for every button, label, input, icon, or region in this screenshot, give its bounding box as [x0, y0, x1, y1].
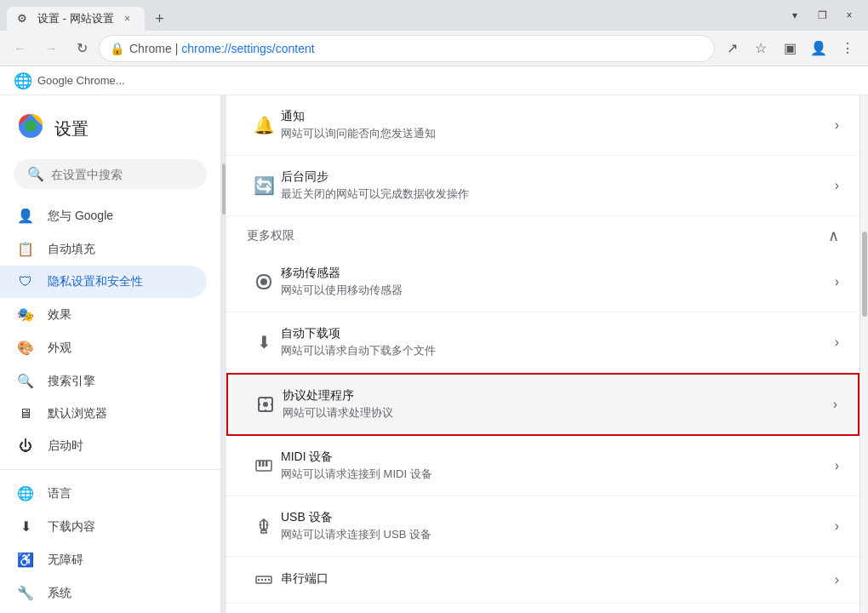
sidebar-scrollbar-thumb: [222, 163, 226, 215]
motion-sensor-title: 移动传感器: [281, 266, 828, 281]
sidebar-label-search: 搜索引擎: [48, 374, 95, 389]
sidebar-item-accessibility[interactable]: ♿ 无障碍: [0, 543, 207, 576]
sidebar-item-browser[interactable]: 🖥 默认浏览器: [0, 398, 207, 430]
protocol-handler-item[interactable]: 协议处理程序 网站可以请求处理协议 ›: [226, 373, 859, 436]
browser-icon: 🖥: [17, 406, 34, 421]
sidebar-item-effects[interactable]: 🎭 效果: [0, 298, 207, 331]
sidebar-label-google: 您与 Google: [48, 209, 113, 224]
sidebar-item-appearance[interactable]: 🎨 外观: [0, 331, 207, 364]
effects-icon: 🎭: [17, 306, 34, 323]
background-sync-content: 后台同步 最近关闭的网站可以完成数据收发操作: [281, 169, 828, 202]
notification-item[interactable]: 🔔 通知 网站可以询问能否向您发送通知 ›: [226, 95, 859, 156]
startup-icon: ⏻: [17, 438, 34, 454]
active-tab[interactable]: ⚙ 设置 - 网站设置 ×: [7, 7, 145, 31]
address-bar[interactable]: 🔒 Chrome | chrome://settings/content: [99, 35, 715, 62]
background-sync-icon: 🔄: [247, 175, 281, 196]
midi-icon: [247, 456, 281, 475]
language-icon: 🌐: [17, 485, 34, 501]
profile-button[interactable]: 👤: [805, 35, 832, 62]
sidebar-item-search[interactable]: 🔍 搜索引擎: [0, 364, 207, 398]
forward-button[interactable]: →: [37, 35, 65, 62]
background-sync-title: 后台同步: [281, 169, 828, 185]
system-icon: 🔧: [17, 585, 34, 601]
midi-content: MIDI 设备 网站可以请求连接到 MIDI 设备: [281, 450, 828, 482]
sidebar: 设置 🔍 👤 您与 Google 📋 自动填充 🛡 隐私设置和安全性 🎭 效果 …: [0, 95, 221, 613]
tab-title: 设置 - 网站设置: [37, 11, 114, 26]
title-bar: ⚙ 设置 - 网站设置 × + ▾ ❐ ×: [0, 0, 868, 31]
serial-item[interactable]: 串行端口 ›: [226, 557, 859, 604]
download-icon: ⬇: [17, 518, 34, 535]
sidebar-label-system: 系统: [48, 586, 71, 601]
search-bar[interactable]: 🔍: [14, 159, 207, 189]
tab-favicon: ⚙: [17, 12, 31, 26]
tab-search-button[interactable]: ▣: [776, 35, 803, 62]
usb-title: USB 设备: [281, 510, 828, 525]
more-permissions-header[interactable]: 更多权限 ∧: [226, 216, 859, 252]
auto-download-item[interactable]: ⬇ 自动下载项 网站可以请求自动下载多个文件 ›: [226, 312, 859, 373]
protocol-handler-desc: 网站可以请求处理协议: [283, 405, 826, 421]
sidebar-label-privacy: 隐私设置和安全性: [48, 274, 143, 289]
notification-title: 通知: [281, 109, 828, 124]
svg-point-9: [260, 524, 262, 526]
refresh-button[interactable]: ↻: [68, 35, 95, 62]
sidebar-item-autofill[interactable]: 📋 自动填充: [0, 232, 207, 266]
sidebar-item-system[interactable]: 🔧 系统: [0, 576, 207, 610]
midi-title: MIDI 设备: [281, 450, 828, 465]
sidebar-label-download: 下载内容: [48, 519, 95, 535]
usb-item[interactable]: USB 设备 网站可以请求连接到 USB 设备 ›: [226, 496, 859, 557]
nav-bar: ← → ↻ 🔒 Chrome | chrome://settings/conte…: [0, 31, 868, 66]
sidebar-label-lang: 语言: [48, 486, 71, 501]
share-button[interactable]: ↗: [718, 35, 745, 62]
background-sync-item[interactable]: 🔄 后台同步 最近关闭的网站可以完成数据收发操作 ›: [226, 156, 859, 216]
accessibility-icon: ♿: [17, 552, 34, 568]
auto-download-arrow: ›: [835, 335, 839, 350]
minimize-button[interactable]: ▾: [783, 3, 807, 27]
background-sync-arrow: ›: [835, 178, 839, 193]
bookmark-button[interactable]: ☆: [747, 35, 774, 62]
sidebar-label-browser: 默认浏览器: [48, 406, 107, 421]
svg-point-14: [265, 579, 266, 581]
more-permissions-title: 更多权限: [247, 228, 294, 243]
motion-sensor-item[interactable]: 移动传感器 网站可以使用移动传感器 ›: [226, 252, 859, 312]
background-sync-desc: 最近关闭的网站可以完成数据收发操作: [281, 186, 828, 202]
url-display: Chrome | chrome://settings/content: [129, 42, 704, 55]
content-area: 🔔 通知 网站可以询问能否向您发送通知 › 🔄 后台同步 最近关闭的网站可以完成…: [226, 95, 859, 613]
menu-button[interactable]: ⋮: [834, 35, 861, 62]
svg-point-13: [261, 579, 263, 581]
sidebar-label-startup: 启动时: [48, 438, 83, 454]
content-scrollbar-thumb[interactable]: [862, 232, 867, 317]
search-input[interactable]: [51, 168, 193, 181]
content-inner: 🔔 通知 网站可以询问能否向您发送通知 › 🔄 后台同步 最近关闭的网站可以完成…: [226, 95, 859, 604]
protocol-handler-arrow: ›: [833, 397, 837, 412]
search-icon: 🔍: [27, 166, 44, 182]
tab-close-button[interactable]: ×: [121, 12, 134, 26]
midi-arrow: ›: [835, 458, 839, 473]
protocol-handler-content: 协议处理程序 网站可以请求处理协议: [283, 388, 826, 421]
close-button[interactable]: ×: [837, 3, 861, 27]
notification-content: 通知 网站可以询问能否向您发送通知: [281, 109, 828, 141]
auto-download-title: 自动下载项: [281, 326, 828, 341]
sidebar-item-google[interactable]: 👤 您与 Google: [0, 199, 207, 232]
sidebar-item-download[interactable]: ⬇ 下载内容: [0, 510, 207, 543]
appearance-icon: 🎨: [17, 340, 34, 356]
sidebar-item-reset[interactable]: ↺ 重置设置: [0, 610, 207, 613]
sidebar-title: 设置: [54, 117, 89, 140]
autofill-icon: 📋: [17, 241, 34, 257]
midi-item[interactable]: MIDI 设备 网站可以请求连接到 MIDI 设备 ›: [226, 436, 859, 496]
tab-bar: ⚙ 设置 - 网站设置 × +: [7, 0, 783, 31]
collapse-icon[interactable]: ∧: [828, 226, 839, 245]
nav-right-icons: ↗ ☆ ▣ 👤 ⋮: [718, 35, 861, 62]
serial-icon: [247, 570, 281, 589]
restore-button[interactable]: ❐: [810, 3, 834, 27]
content-scrollbar[interactable]: [859, 95, 868, 613]
motion-sensor-content: 移动传感器 网站可以使用移动传感器: [281, 266, 828, 298]
sidebar-item-privacy[interactable]: 🛡 隐私设置和安全性: [0, 266, 207, 298]
breadcrumb-bar: 🌐 Google Chrome...: [0, 66, 868, 95]
sidebar-item-startup[interactable]: ⏻ 启动时: [0, 430, 207, 462]
back-button[interactable]: ←: [7, 35, 34, 62]
serial-title: 串行端口: [281, 571, 828, 587]
sidebar-item-lang[interactable]: 🌐 语言: [0, 477, 207, 510]
privacy-icon: 🛡: [17, 274, 34, 289]
new-tab-button[interactable]: +: [148, 7, 172, 31]
motion-sensor-icon: [247, 272, 281, 291]
